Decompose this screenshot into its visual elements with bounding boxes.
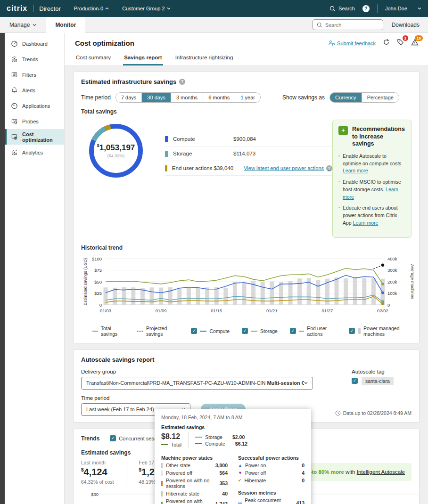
tab-manage[interactable]: Manage (0, 17, 46, 33)
checkbox-checked-icon: ✓ (242, 328, 248, 334)
help-icon[interactable]: ? (362, 5, 370, 12)
svg-text:$50: $50 (94, 279, 102, 284)
legend-power-managed-checkbox[interactable]: ✓Power managed machines (349, 325, 412, 337)
applications-icon (11, 102, 18, 109)
svg-text:400k: 400k (387, 256, 397, 261)
intelligent-autoscale-link[interactable]: Intelligent Autoscale (357, 469, 405, 475)
info-icon[interactable]: ? (179, 79, 185, 85)
total-savings-donut[interactable]: $1,053,197 (64.32%) (85, 120, 147, 182)
sidebar-item-dashboard[interactable]: Dashboard (5, 36, 64, 51)
analytics-icon (11, 149, 18, 156)
svg-text:01/09: 01/09 (156, 308, 167, 313)
legend-storage-checkbox[interactable]: ✓Storage (242, 328, 278, 334)
sidebar-item-trends[interactable]: Trends (5, 51, 64, 67)
recommendations-box: + Recommendations to increase savings En… (332, 120, 412, 238)
autoscale-tag-label: Autoscale tag (352, 369, 394, 374)
svg-text:01/03: 01/03 (100, 308, 111, 313)
sidebar-item-filters[interactable]: Filters (5, 67, 64, 82)
top-header: citrix Director Production-0 Customer Gr… (0, 0, 428, 17)
legend-projected-savings: Projected savings (137, 325, 179, 337)
svg-text:02/02: 02/02 (377, 308, 388, 313)
period-3-months[interactable]: 3 months (171, 93, 203, 102)
end-user-swatch (165, 165, 167, 171)
tag-checkbox[interactable]: ✓ (352, 378, 358, 384)
svg-text:$: $ (15, 137, 16, 139)
customer-group-selector[interactable]: Customer Group 2 (122, 6, 170, 11)
global-search-button[interactable]: Search (329, 6, 355, 12)
filters-icon (11, 71, 18, 78)
sidebar-item-probes[interactable]: Probes (5, 114, 64, 129)
search-label: Search (338, 6, 355, 11)
brand-divider (33, 5, 33, 12)
svg-text:$25: $25 (94, 291, 102, 296)
tag-count-badge: 3 (403, 35, 408, 41)
show-savings-label: Show savings as (282, 94, 325, 101)
downloads-link[interactable]: Downloads (392, 22, 420, 28)
donut-percentage: (64.32%) (107, 154, 125, 158)
legend-total-savings: Total savings (92, 325, 124, 337)
sidebar-item-cost-optimization[interactable]: $ Cost optimization (5, 129, 64, 145)
tab-infrastructure-rightsizing[interactable]: Infrastructure rightsizing (174, 53, 234, 65)
search-input[interactable] (325, 22, 372, 28)
monitor-label: Monitor (55, 22, 76, 28)
time-period-label: Time period (81, 395, 412, 401)
sidebar-item-alerts[interactable]: Alerts (5, 82, 64, 98)
tags-button[interactable]: 3 (397, 39, 404, 48)
tooltip-date: Monday, 18 Feb, 2024, 7 AM to 8 AM (161, 415, 305, 420)
cost-optimization-icon: $ (11, 133, 18, 140)
svg-text:$30: $30 (91, 491, 99, 496)
svg-text:$75: $75 (94, 268, 102, 273)
citrix-logo: citrix (7, 4, 27, 13)
tooltip-total: $8.12 Total (161, 432, 189, 448)
sidebar-item-applications[interactable]: Applications (5, 98, 64, 114)
svg-text:200k: 200k (387, 279, 397, 284)
legend-end-user-checkbox[interactable]: ✓End user actions (290, 325, 337, 337)
svg-text:0: 0 (387, 302, 390, 307)
refresh-button[interactable] (383, 39, 390, 48)
delivery-group-label: Delivery group (81, 369, 313, 374)
user-menu[interactable]: John Doe (385, 6, 421, 11)
historical-legend: Total savings Projected savings ✓Compute… (81, 325, 412, 337)
svg-text:01/21: 01/21 (266, 308, 278, 313)
view-power-actions-link[interactable]: View latest end user power actions ? (244, 165, 332, 171)
recommendation-item: Educate end users about power actions fr… (338, 204, 405, 227)
secondary-header: Manage Monitor Downloads (0, 17, 428, 33)
historical-trend-chart[interactable]: $100$75$50$250400k300k200k100k001/0301/0… (81, 253, 420, 323)
tab-cost-summary[interactable]: Cost summary (75, 53, 112, 65)
tab-monitor[interactable]: Monitor (46, 17, 85, 33)
bell-icon (11, 87, 18, 94)
user-name: John Doe (385, 6, 407, 11)
search-icon (317, 22, 322, 28)
period-30-days[interactable]: 30 days (142, 93, 171, 102)
page-header: Cost optimization Submit feedback 3 (65, 33, 428, 66)
learn-more-link[interactable]: Learn more (353, 220, 379, 226)
mode-percentage[interactable]: Percentage (362, 93, 399, 102)
tooltip-power-actions: Successful power actions ▲Power on0 ▼Pow… (238, 454, 305, 504)
info-icon[interactable]: ? (326, 165, 332, 171)
savings-mode-segmented: Currency Percentage (329, 92, 399, 103)
delivery-group-select[interactable]: Transfast\Non-Commercial\PRD-MA_TRANSFAS… (81, 377, 313, 390)
chevron-down-icon (33, 23, 36, 27)
trends-icon (11, 56, 18, 63)
chevron-down-icon (304, 381, 308, 385)
sidebar-item-analytics[interactable]: Analytics (5, 145, 64, 160)
period-7-days[interactable]: 7 days (116, 93, 142, 102)
checkbox-checked-icon: ✓ (110, 435, 116, 441)
alerts-button[interactable]: 10 (411, 39, 419, 48)
period-1-year[interactable]: 1 year (235, 93, 260, 102)
chart-tooltip: Monday, 18 Feb, 2024, 7 AM to 8 AM Estim… (155, 409, 311, 504)
tab-savings-report[interactable]: Savings report (123, 53, 163, 65)
mode-currency[interactable]: Currency (330, 93, 362, 102)
legend-compute-checkbox[interactable]: ✓Compute (191, 328, 230, 334)
svg-text:Estimated savings (USD): Estimated savings (USD) (83, 258, 88, 305)
compute-swatch (165, 136, 168, 142)
learn-more-link[interactable]: Learn more (343, 168, 368, 173)
tooltip-machine-power-states: Machine power states Other state3,000 Po… (161, 454, 228, 504)
submit-feedback-link[interactable]: Submit feedback (328, 40, 376, 46)
environment-selector[interactable]: Production-0 (74, 6, 109, 11)
refresh-icon (383, 39, 390, 46)
svg-text:01/27: 01/27 (322, 308, 333, 313)
recommendation-icon: + (338, 126, 348, 135)
period-6-months[interactable]: 6 months (203, 93, 235, 102)
tag-chip[interactable]: santa-clara (362, 377, 394, 385)
